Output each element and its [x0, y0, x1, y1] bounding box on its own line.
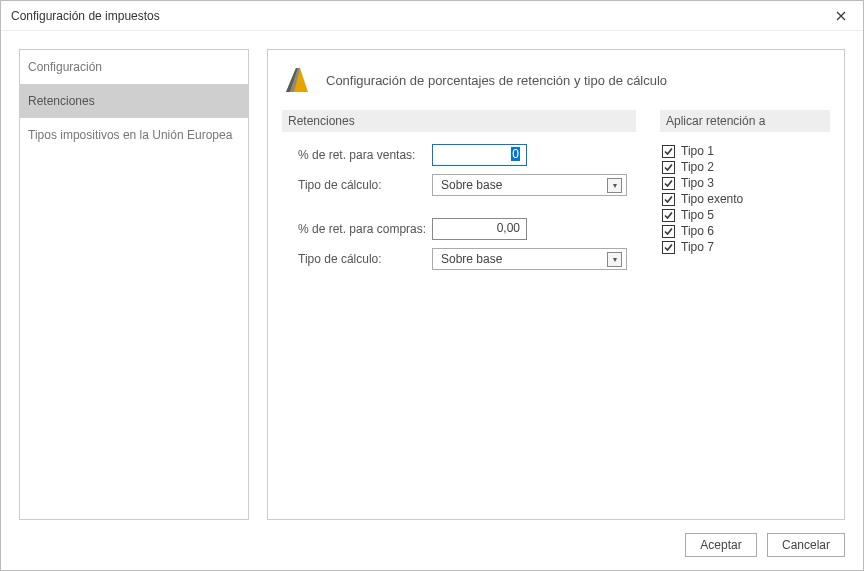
checkbox[interactable] [662, 209, 675, 222]
row-ventas-tipo: Tipo de cálculo: Sobre base ▾ [282, 174, 636, 196]
row-ventas-pct: % de ret. para ventas: 0 [282, 144, 636, 166]
apply-to-list: Tipo 1Tipo 2Tipo 3Tipo exentoTipo 5Tipo … [660, 144, 830, 254]
titlebar: Configuración de impuestos [1, 1, 863, 31]
dialog-body: Configuración Retenciones Tipos impositi… [1, 31, 863, 520]
agency-logo-icon [282, 64, 314, 96]
content-title: Configuración de porcentajes de retenció… [326, 73, 667, 88]
dialog-footer: Aceptar Cancelar [1, 520, 863, 570]
section-header-aplicar: Aplicar retención a [660, 110, 830, 132]
sidebar-item-tipos-ue[interactable]: Tipos impositivos en la Unión Europea [20, 118, 248, 152]
checkbox[interactable] [662, 225, 675, 238]
content-header: Configuración de porcentajes de retenció… [282, 64, 830, 96]
window-title: Configuración de impuestos [11, 9, 160, 23]
row-compras-pct: % de ret. para compras: 0,00 [282, 218, 636, 240]
input-compras-pct[interactable]: 0,00 [432, 218, 527, 240]
apply-to-item: Tipo 2 [660, 160, 830, 174]
apply-to-label: Tipo 1 [681, 144, 714, 158]
checkbox[interactable] [662, 145, 675, 158]
apply-to-label: Tipo 2 [681, 160, 714, 174]
close-button[interactable] [818, 1, 863, 31]
sidebar-item-retenciones[interactable]: Retenciones [20, 84, 248, 118]
cancel-button[interactable]: Cancelar [767, 533, 845, 557]
select-ventas-tipo[interactable]: Sobre base ▾ [432, 174, 627, 196]
checkbox[interactable] [662, 193, 675, 206]
label-compras-tipo: Tipo de cálculo: [282, 252, 432, 266]
apply-to-item: Tipo 5 [660, 208, 830, 222]
checkbox[interactable] [662, 161, 675, 174]
apply-to-label: Tipo 7 [681, 240, 714, 254]
content-panel: Configuración de porcentajes de retenció… [267, 49, 845, 520]
columns: Retenciones % de ret. para ventas: 0 Tip… [282, 110, 830, 278]
accept-button[interactable]: Aceptar [685, 533, 757, 557]
chevron-down-icon: ▾ [607, 252, 622, 267]
sidebar: Configuración Retenciones Tipos impositi… [19, 49, 249, 520]
apply-to-item: Tipo 7 [660, 240, 830, 254]
sidebar-item-configuracion[interactable]: Configuración [20, 50, 248, 84]
apply-to-item: Tipo 3 [660, 176, 830, 190]
section-header-retenciones: Retenciones [282, 110, 636, 132]
apply-to-label: Tipo 6 [681, 224, 714, 238]
select-compras-tipo[interactable]: Sobre base ▾ [432, 248, 627, 270]
label-ventas-tipo: Tipo de cálculo: [282, 178, 432, 192]
apply-to-label: Tipo 3 [681, 176, 714, 190]
select-ventas-tipo-value: Sobre base [441, 178, 502, 192]
dialog-window: Configuración de impuestos Configuración… [0, 0, 864, 571]
select-compras-tipo-value: Sobre base [441, 252, 502, 266]
right-column: Aplicar retención a Tipo 1Tipo 2Tipo 3Ti… [660, 110, 830, 278]
apply-to-item: Tipo 6 [660, 224, 830, 238]
chevron-down-icon: ▾ [607, 178, 622, 193]
label-ventas-pct: % de ret. para ventas: [282, 148, 432, 162]
left-column: Retenciones % de ret. para ventas: 0 Tip… [282, 110, 636, 278]
apply-to-label: Tipo exento [681, 192, 743, 206]
input-ventas-pct[interactable]: 0 [432, 144, 527, 166]
checkbox[interactable] [662, 177, 675, 190]
apply-to-label: Tipo 5 [681, 208, 714, 222]
checkbox[interactable] [662, 241, 675, 254]
row-compras-tipo: Tipo de cálculo: Sobre base ▾ [282, 248, 636, 270]
close-icon [836, 11, 846, 21]
label-compras-pct: % de ret. para compras: [282, 222, 432, 236]
apply-to-item: Tipo 1 [660, 144, 830, 158]
apply-to-item: Tipo exento [660, 192, 830, 206]
